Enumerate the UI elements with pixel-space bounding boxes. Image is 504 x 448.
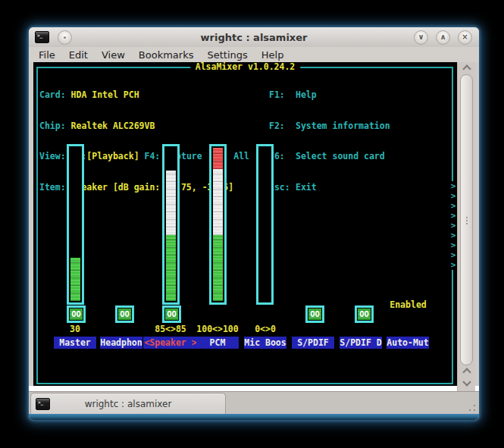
mute-switch-spdif-d[interactable]: OO <box>355 305 374 323</box>
label-master[interactable]: Master <box>54 337 96 349</box>
volume-bar-speaker[interactable] <box>162 144 180 305</box>
maximize-button[interactable]: ∧ <box>436 30 450 45</box>
menu-item-edit[interactable]: Edit <box>62 49 95 61</box>
close-icon: × <box>462 33 468 41</box>
scroll-up-icon[interactable] <box>463 64 468 70</box>
help-row-f6: F6:Select sound card <box>269 152 390 162</box>
minimize-button[interactable]: ∨ <box>414 30 428 45</box>
label-mic-boost[interactable]: Mic Boos <box>244 337 286 349</box>
scroll-down-button[interactable] <box>463 378 468 383</box>
terminal-frame-strip <box>29 386 479 391</box>
label-speaker-selected[interactable]: <Speaker > <box>143 337 198 349</box>
terminal-icon <box>35 31 49 43</box>
label-spdif-d[interactable]: S/PDIF D <box>340 337 382 349</box>
menu-item-file[interactable]: File <box>32 49 62 61</box>
chip-row: Chip: Realtek ALC269VB <box>39 121 249 132</box>
window-menu-button[interactable] <box>58 30 72 45</box>
title-bar[interactable]: wrightc : alsamixer ∨ ∧ × <box>29 27 479 47</box>
card-row: Card: HDA Intel PCH <box>39 90 249 101</box>
tab-terminal-icon <box>36 398 50 410</box>
active-tab[interactable]: wrightc : alsamixer <box>30 393 226 414</box>
help-row-esc: Esc:Exit <box>269 183 390 193</box>
mixer-help: F1:Help F2:System information F6:Select … <box>269 70 390 213</box>
close-button[interactable]: × <box>458 30 472 45</box>
menu-bar: File Edit View Bookmarks Settings Help <box>29 47 479 62</box>
help-row-f2: F2:System information <box>269 121 390 132</box>
konsole-window: wrightc : alsamixer ∨ ∧ × File Edit View… <box>29 27 479 420</box>
label-spdif[interactable]: S/PDIF <box>292 337 334 349</box>
scrollbar-thumb[interactable] <box>460 74 473 365</box>
value-master: 30 <box>54 324 96 335</box>
dot-icon <box>64 36 66 39</box>
window-bottom-edge <box>29 414 479 420</box>
label-auto-mute[interactable]: Auto-Mut <box>387 337 429 349</box>
mute-switch-speaker[interactable]: OO <box>162 305 181 323</box>
menu-item-settings[interactable]: Settings <box>200 49 254 61</box>
volume-bar-pcm[interactable] <box>209 144 227 305</box>
scrollbar[interactable] <box>457 62 475 391</box>
menu-item-help[interactable]: Help <box>255 49 291 61</box>
mute-switch-headphone[interactable]: OO <box>115 305 134 323</box>
scroll-up-button[interactable] <box>463 368 468 373</box>
volume-bar-mic-boost[interactable] <box>256 144 274 305</box>
label-headphone[interactable]: Headphon <box>100 337 142 349</box>
mute-switch-spdif[interactable]: OO <box>305 305 324 323</box>
value-pcm: 100<>100 <box>196 324 239 335</box>
mute-switch-master[interactable]: OO <box>67 305 86 323</box>
tab-bar: wrightc : alsamixer <box>29 391 479 414</box>
resize-grip[interactable] <box>469 405 475 411</box>
window-title: wrightc : alsamixer <box>29 32 479 43</box>
chevron-up-icon: ∧ <box>440 33 446 41</box>
help-row-f1: F1:Help <box>269 90 390 101</box>
menu-item-view[interactable]: View <box>95 49 132 61</box>
label-pcm[interactable]: PCM <box>196 337 239 349</box>
value-speaker: 85<>85 <box>143 324 198 335</box>
value-mic-boost: 0<>0 <box>244 324 286 335</box>
tab-label: wrightc : alsamixer <box>85 399 172 409</box>
chevron-down-icon: ∨ <box>418 33 424 41</box>
volume-bar-master[interactable] <box>67 144 84 305</box>
menu-item-bookmarks[interactable]: Bookmarks <box>132 49 201 61</box>
automute-status: Enabled <box>387 300 430 311</box>
terminal-screen[interactable]: AlsaMixer v1.0.24.2 Card: HDA Intel PCH … <box>33 62 457 386</box>
